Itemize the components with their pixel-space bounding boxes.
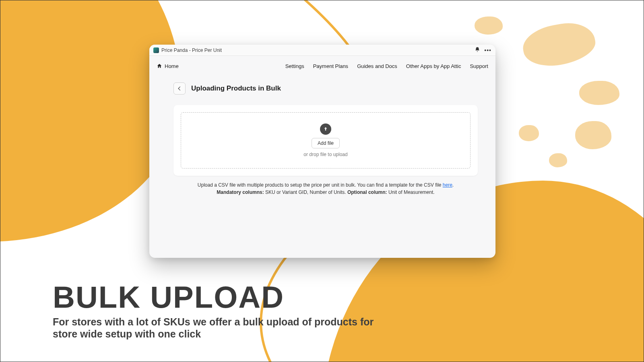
titlebar: Price Panda - Price Per Unit ••• — [149, 45, 495, 56]
notifications-icon[interactable] — [475, 47, 480, 53]
add-file-button[interactable]: Add file — [312, 138, 340, 148]
nav-support[interactable]: Support — [470, 63, 488, 69]
spot — [520, 19, 599, 71]
back-button[interactable] — [173, 82, 186, 95]
nav-other-apps[interactable]: Other Apps by App Attic — [406, 63, 461, 69]
helper-line1b: . — [452, 182, 454, 188]
nav-settings[interactable]: Settings — [285, 63, 304, 69]
optional-value: Unit of Measurement. — [387, 189, 435, 195]
hero-title: BULK UPLOAD — [53, 282, 375, 313]
spot — [549, 153, 567, 167]
app-title: Price Panda - Price Per Unit — [161, 47, 222, 53]
spot — [519, 125, 539, 141]
app-window: Price Panda - Price Per Unit ••• Home Se… — [149, 45, 495, 258]
hero-subtitle: For stores with a lot of SKUs we offer a… — [53, 316, 375, 340]
mandatory-label: Mandatory columns: — [217, 189, 264, 195]
optional-label: Optional column: — [347, 189, 387, 195]
upload-icon — [320, 123, 331, 135]
more-icon[interactable]: ••• — [484, 47, 491, 53]
nav-home[interactable]: Home — [157, 63, 179, 69]
drop-hint: or drop file to upload — [303, 152, 347, 157]
spot — [579, 81, 619, 105]
nav-home-label: Home — [165, 63, 179, 69]
nav-payment-plans[interactable]: Payment Plans — [313, 63, 348, 69]
navbar: Home Settings Payment Plans Guides and D… — [149, 56, 495, 76]
spot — [475, 16, 503, 35]
app-icon — [153, 47, 159, 53]
helper-text: Upload a CSV file with multiple products… — [173, 181, 478, 196]
template-link[interactable]: here — [443, 182, 452, 188]
helper-line1a: Upload a CSV file with multiple products… — [198, 182, 443, 188]
dropzone[interactable]: Add file or drop file to upload — [181, 112, 471, 169]
page-title: Uploading Products in Bulk — [191, 84, 281, 93]
home-icon — [157, 63, 162, 69]
upload-card: Add file or drop file to upload — [173, 105, 478, 176]
spot — [575, 121, 611, 149]
mandatory-value: SKU or Variant GID, Number of Units. — [264, 189, 347, 195]
hero-text: BULK UPLOAD For stores with a lot of SKU… — [53, 282, 375, 340]
page-header: Uploading Products in Bulk — [149, 76, 495, 99]
arrow-left-icon — [177, 86, 182, 91]
nav-guides-docs[interactable]: Guides and Docs — [357, 63, 397, 69]
